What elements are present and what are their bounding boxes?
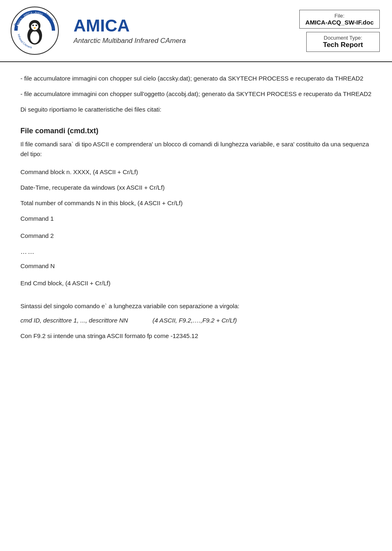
command-2-text: Command 2 [20, 232, 54, 239]
command-1-line: Command 1 [20, 214, 372, 224]
file-name: AMICA-ACQ_SW-IF.doc [305, 19, 374, 26]
amica-logo-icon: ★ ★ ★ ★ ★ ★ - AMICA - AMICA - Antarc Inf… [10, 6, 59, 55]
footer-note: Con F9.2 si intende una stringa ASCII fo… [20, 331, 372, 341]
header-title-block: AMICA Antarctic Multiband Infrared CAmer… [69, 4, 290, 57]
paragraph-3: Di seguito riportiamo le caratteristiche… [20, 105, 372, 114]
header-info-block: File: AMICA-ACQ_SW-IF.doc Document Type:… [298, 4, 380, 57]
total-commands-text: Total number of commands N in this block… [20, 199, 183, 206]
doc-type-label: Document Type: [312, 35, 374, 41]
file-info-box: File: AMICA-ACQ_SW-IF.doc [299, 10, 380, 29]
header: ★ ★ ★ ★ ★ ★ - AMICA - AMICA - Antarc Inf… [0, 0, 392, 62]
command-block-list: Command block n. XXXX, (4 ASCII + Cr/Lf)… [20, 167, 372, 288]
syntax-intro: Sintassi del singolo comando e` a lunghe… [20, 301, 372, 311]
block-n-text: Command block n. XXXX, (4 ASCII + Cr/Lf) [20, 168, 138, 175]
command-n-text: Command N [20, 262, 55, 269]
svg-text:★: ★ [14, 30, 17, 34]
svg-text:★: ★ [47, 36, 50, 40]
paragraph-1: - file accumulatore immagini con chopper… [20, 74, 372, 83]
svg-point-6 [32, 25, 34, 26]
app-title: AMICA [74, 16, 290, 35]
syntax-left: cmd ID, descrittore 1, ..., descrittore … [20, 317, 128, 324]
command-n-line: Command N [20, 261, 372, 271]
syntax-section: Sintassi del singolo comando e` a lunghe… [20, 301, 372, 341]
ellipsis-text: …… [20, 248, 35, 255]
date-time-item: Date-Time, recuperate da windows (xx ASC… [20, 183, 372, 193]
syntax-line: cmd ID, descrittore 1, ..., descrittore … [20, 317, 372, 324]
end-cmd-line: End Cmd block, (4 ASCII + Cr/Lf) [20, 278, 372, 288]
file-cmd-description: Il file comandi sara` di tipo ASCII e co… [20, 139, 372, 159]
file-cmd-section: File comandi (cmd.txt) Il file comandi s… [20, 127, 372, 159]
end-cmd-text: End Cmd block, (4 ASCII + Cr/Lf) [20, 280, 111, 287]
logo-container: ★ ★ ★ ★ ★ ★ - AMICA - AMICA - Antarc Inf… [8, 4, 61, 57]
app-subtitle: Antarctic Multiband Infrared CAmera [74, 37, 290, 45]
command-2-line: Command 2 [20, 231, 372, 241]
syntax-right: (4 ASCII, F9.2,….,F9.2 + Cr/Lf) [152, 317, 237, 324]
doc-type-value: Tech Report [312, 41, 374, 49]
doc-type-box: Document Type: Tech Report [306, 32, 380, 52]
file-label: File: [305, 13, 374, 19]
block-n-item: Command block n. XXXX, (4 ASCII + Cr/Lf) [20, 167, 372, 177]
svg-point-3 [30, 31, 39, 43]
file-cmd-heading: File comandi (cmd.txt) [20, 127, 372, 135]
date-time-text: Date-Time, recuperate da windows (xx ASC… [20, 184, 165, 191]
command-1-text: Command 1 [20, 215, 54, 222]
svg-point-7 [36, 25, 37, 26]
svg-text:★: ★ [47, 24, 50, 27]
content-area: - file accumulatore immagini con chopper… [0, 62, 392, 357]
svg-point-5 [31, 23, 38, 30]
page: ★ ★ ★ ★ ★ ★ - AMICA - AMICA - Antarc Inf… [0, 0, 392, 551]
ellipsis-line: …… [20, 248, 372, 255]
svg-text:★: ★ [49, 30, 52, 34]
total-commands-item: Total number of commands N in this block… [20, 198, 372, 208]
paragraph-2: - file accumulatore immagini con chopper… [20, 89, 372, 99]
